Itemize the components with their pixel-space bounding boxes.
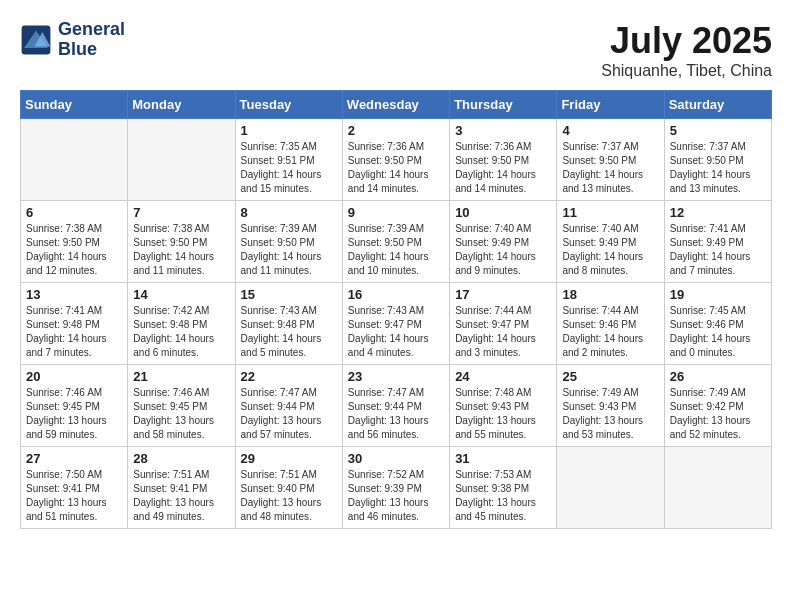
calendar-cell: 6Sunrise: 7:38 AM Sunset: 9:50 PM Daylig…: [21, 201, 128, 283]
day-number: 27: [26, 451, 122, 466]
column-header-wednesday: Wednesday: [342, 91, 449, 119]
column-header-sunday: Sunday: [21, 91, 128, 119]
day-number: 21: [133, 369, 229, 384]
cell-info: Sunrise: 7:42 AM Sunset: 9:48 PM Dayligh…: [133, 304, 229, 360]
calendar-cell: 15Sunrise: 7:43 AM Sunset: 9:48 PM Dayli…: [235, 283, 342, 365]
cell-info: Sunrise: 7:47 AM Sunset: 9:44 PM Dayligh…: [348, 386, 444, 442]
calendar-cell: 17Sunrise: 7:44 AM Sunset: 9:47 PM Dayli…: [450, 283, 557, 365]
day-number: 7: [133, 205, 229, 220]
day-number: 31: [455, 451, 551, 466]
cell-info: Sunrise: 7:47 AM Sunset: 9:44 PM Dayligh…: [241, 386, 337, 442]
column-header-thursday: Thursday: [450, 91, 557, 119]
day-number: 18: [562, 287, 658, 302]
page-header: General Blue July 2025 Shiquanhe, Tibet,…: [20, 20, 772, 80]
cell-info: Sunrise: 7:49 AM Sunset: 9:42 PM Dayligh…: [670, 386, 766, 442]
calendar-cell: 18Sunrise: 7:44 AM Sunset: 9:46 PM Dayli…: [557, 283, 664, 365]
cell-info: Sunrise: 7:40 AM Sunset: 9:49 PM Dayligh…: [562, 222, 658, 278]
day-number: 11: [562, 205, 658, 220]
calendar-cell: 5Sunrise: 7:37 AM Sunset: 9:50 PM Daylig…: [664, 119, 771, 201]
calendar-cell: 27Sunrise: 7:50 AM Sunset: 9:41 PM Dayli…: [21, 447, 128, 529]
cell-info: Sunrise: 7:41 AM Sunset: 9:48 PM Dayligh…: [26, 304, 122, 360]
day-number: 13: [26, 287, 122, 302]
calendar-cell: 11Sunrise: 7:40 AM Sunset: 9:49 PM Dayli…: [557, 201, 664, 283]
cell-info: Sunrise: 7:40 AM Sunset: 9:49 PM Dayligh…: [455, 222, 551, 278]
column-header-tuesday: Tuesday: [235, 91, 342, 119]
cell-info: Sunrise: 7:37 AM Sunset: 9:50 PM Dayligh…: [562, 140, 658, 196]
calendar-cell: 2Sunrise: 7:36 AM Sunset: 9:50 PM Daylig…: [342, 119, 449, 201]
day-number: 2: [348, 123, 444, 138]
day-number: 17: [455, 287, 551, 302]
cell-info: Sunrise: 7:51 AM Sunset: 9:41 PM Dayligh…: [133, 468, 229, 524]
calendar-cell: 9Sunrise: 7:39 AM Sunset: 9:50 PM Daylig…: [342, 201, 449, 283]
cell-info: Sunrise: 7:49 AM Sunset: 9:43 PM Dayligh…: [562, 386, 658, 442]
day-number: 19: [670, 287, 766, 302]
title-block: July 2025 Shiquanhe, Tibet, China: [601, 20, 772, 80]
logo-icon: [20, 24, 52, 56]
calendar-cell: 25Sunrise: 7:49 AM Sunset: 9:43 PM Dayli…: [557, 365, 664, 447]
calendar-cell: 8Sunrise: 7:39 AM Sunset: 9:50 PM Daylig…: [235, 201, 342, 283]
calendar-cell: 31Sunrise: 7:53 AM Sunset: 9:38 PM Dayli…: [450, 447, 557, 529]
day-number: 15: [241, 287, 337, 302]
cell-info: Sunrise: 7:50 AM Sunset: 9:41 PM Dayligh…: [26, 468, 122, 524]
cell-info: Sunrise: 7:52 AM Sunset: 9:39 PM Dayligh…: [348, 468, 444, 524]
cell-info: Sunrise: 7:46 AM Sunset: 9:45 PM Dayligh…: [26, 386, 122, 442]
cell-info: Sunrise: 7:43 AM Sunset: 9:47 PM Dayligh…: [348, 304, 444, 360]
day-number: 3: [455, 123, 551, 138]
calendar-week-row: 1Sunrise: 7:35 AM Sunset: 9:51 PM Daylig…: [21, 119, 772, 201]
day-number: 4: [562, 123, 658, 138]
day-number: 16: [348, 287, 444, 302]
calendar-cell: 19Sunrise: 7:45 AM Sunset: 9:46 PM Dayli…: [664, 283, 771, 365]
calendar-cell: 3Sunrise: 7:36 AM Sunset: 9:50 PM Daylig…: [450, 119, 557, 201]
calendar-week-row: 27Sunrise: 7:50 AM Sunset: 9:41 PM Dayli…: [21, 447, 772, 529]
day-number: 5: [670, 123, 766, 138]
column-header-saturday: Saturday: [664, 91, 771, 119]
calendar-week-row: 13Sunrise: 7:41 AM Sunset: 9:48 PM Dayli…: [21, 283, 772, 365]
cell-info: Sunrise: 7:51 AM Sunset: 9:40 PM Dayligh…: [241, 468, 337, 524]
day-number: 26: [670, 369, 766, 384]
calendar-cell: 28Sunrise: 7:51 AM Sunset: 9:41 PM Dayli…: [128, 447, 235, 529]
calendar-cell: 21Sunrise: 7:46 AM Sunset: 9:45 PM Dayli…: [128, 365, 235, 447]
day-number: 22: [241, 369, 337, 384]
calendar-cell: 7Sunrise: 7:38 AM Sunset: 9:50 PM Daylig…: [128, 201, 235, 283]
day-number: 23: [348, 369, 444, 384]
day-number: 24: [455, 369, 551, 384]
day-number: 1: [241, 123, 337, 138]
day-number: 28: [133, 451, 229, 466]
calendar-cell: 26Sunrise: 7:49 AM Sunset: 9:42 PM Dayli…: [664, 365, 771, 447]
cell-info: Sunrise: 7:39 AM Sunset: 9:50 PM Dayligh…: [348, 222, 444, 278]
cell-info: Sunrise: 7:45 AM Sunset: 9:46 PM Dayligh…: [670, 304, 766, 360]
calendar-cell: [664, 447, 771, 529]
calendar-cell: [557, 447, 664, 529]
cell-info: Sunrise: 7:44 AM Sunset: 9:47 PM Dayligh…: [455, 304, 551, 360]
calendar-table: SundayMondayTuesdayWednesdayThursdayFrid…: [20, 90, 772, 529]
day-number: 25: [562, 369, 658, 384]
calendar-cell: 29Sunrise: 7:51 AM Sunset: 9:40 PM Dayli…: [235, 447, 342, 529]
cell-info: Sunrise: 7:53 AM Sunset: 9:38 PM Dayligh…: [455, 468, 551, 524]
location-title: Shiquanhe, Tibet, China: [601, 62, 772, 80]
calendar-cell: 4Sunrise: 7:37 AM Sunset: 9:50 PM Daylig…: [557, 119, 664, 201]
calendar-cell: 23Sunrise: 7:47 AM Sunset: 9:44 PM Dayli…: [342, 365, 449, 447]
calendar-cell: 30Sunrise: 7:52 AM Sunset: 9:39 PM Dayli…: [342, 447, 449, 529]
cell-info: Sunrise: 7:36 AM Sunset: 9:50 PM Dayligh…: [348, 140, 444, 196]
day-number: 6: [26, 205, 122, 220]
month-title: July 2025: [601, 20, 772, 62]
calendar-cell: 20Sunrise: 7:46 AM Sunset: 9:45 PM Dayli…: [21, 365, 128, 447]
cell-info: Sunrise: 7:39 AM Sunset: 9:50 PM Dayligh…: [241, 222, 337, 278]
day-number: 14: [133, 287, 229, 302]
day-number: 9: [348, 205, 444, 220]
calendar-cell: [21, 119, 128, 201]
calendar-cell: 1Sunrise: 7:35 AM Sunset: 9:51 PM Daylig…: [235, 119, 342, 201]
cell-info: Sunrise: 7:48 AM Sunset: 9:43 PM Dayligh…: [455, 386, 551, 442]
logo-text: General Blue: [58, 20, 125, 60]
cell-info: Sunrise: 7:46 AM Sunset: 9:45 PM Dayligh…: [133, 386, 229, 442]
day-number: 20: [26, 369, 122, 384]
day-number: 30: [348, 451, 444, 466]
cell-info: Sunrise: 7:43 AM Sunset: 9:48 PM Dayligh…: [241, 304, 337, 360]
cell-info: Sunrise: 7:38 AM Sunset: 9:50 PM Dayligh…: [26, 222, 122, 278]
calendar-header-row: SundayMondayTuesdayWednesdayThursdayFrid…: [21, 91, 772, 119]
cell-info: Sunrise: 7:37 AM Sunset: 9:50 PM Dayligh…: [670, 140, 766, 196]
logo: General Blue: [20, 20, 125, 60]
calendar-cell: 12Sunrise: 7:41 AM Sunset: 9:49 PM Dayli…: [664, 201, 771, 283]
logo-line2: Blue: [58, 40, 125, 60]
day-number: 29: [241, 451, 337, 466]
